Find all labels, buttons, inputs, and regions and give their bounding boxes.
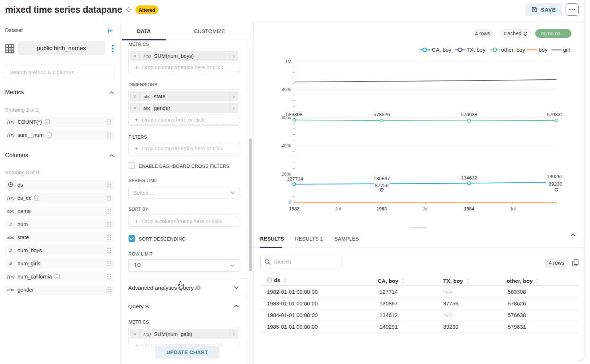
svg-text:583308: 583308 [286,112,302,117]
svg-text:CA, boy: CA, boy [432,47,452,53]
svg-text:1982: 1982 [289,206,299,211]
svg-text:800k: 800k [282,87,292,92]
svg-text:TX, boy: TX, boy [467,47,485,53]
svg-text:0: 0 [289,200,291,205]
svg-text:140291: 140291 [547,174,563,179]
svg-text:1M: 1M [285,59,291,64]
svg-text:578626: 578626 [373,112,390,117]
svg-text:girl: girl [563,47,570,53]
svg-text:400k: 400k [282,143,292,149]
svg-text:Jul: Jul [510,206,516,211]
svg-text:Jul: Jul [335,206,341,211]
svg-text:87756: 87756 [375,183,389,188]
svg-text:127714: 127714 [287,176,303,182]
svg-text:134612: 134612 [461,175,477,181]
svg-text:576638: 576638 [461,112,477,117]
svg-text:130867: 130867 [373,176,390,181]
svg-text:579831: 579831 [547,112,563,117]
svg-text:boy: boy [539,47,548,53]
svg-text:1983: 1983 [377,206,387,211]
svg-text:1984: 1984 [464,206,474,211]
svg-text:89230: 89230 [548,181,562,187]
svg-text:other, boy: other, boy [501,47,525,53]
svg-text:Jul: Jul [422,206,428,211]
